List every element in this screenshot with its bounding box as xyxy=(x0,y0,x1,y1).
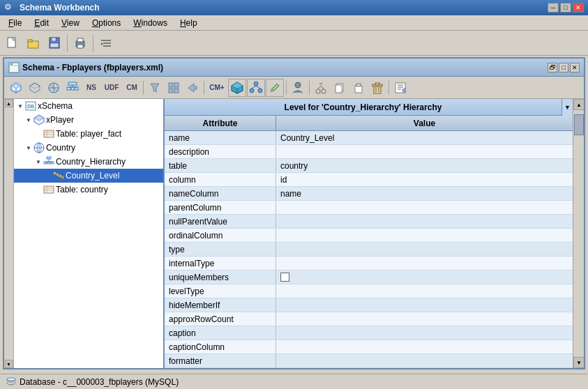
expander-xschema[interactable]: ▼ xyxy=(15,101,25,111)
prop-row-caption: caption xyxy=(165,326,573,340)
expander-country-hierarchy[interactable]: ▼ xyxy=(33,157,43,167)
schema-btn-copy[interactable] xyxy=(331,79,349,97)
expander-xplayer[interactable]: ▼ xyxy=(24,115,33,125)
schema-panel-header: Schema - Fbplayers (fbplayers.xml) 🗗 □ ✕ xyxy=(4,59,584,77)
panel-close-btn[interactable]: ✕ xyxy=(570,63,580,73)
tree-scroll-down[interactable]: ▼ xyxy=(5,360,13,368)
uniquemembers-checkbox[interactable] xyxy=(280,273,289,282)
toolbar-open[interactable] xyxy=(24,33,43,53)
menu-view[interactable]: View xyxy=(56,17,85,29)
toolbar-new[interactable] xyxy=(3,33,22,53)
schema-btn-delete[interactable] xyxy=(368,79,386,97)
schema-btn-arrow[interactable] xyxy=(183,79,202,97)
menu-file[interactable]: File xyxy=(3,17,27,29)
prop-value-namecolumn: name xyxy=(276,187,573,200)
schema-btn-udf[interactable]: UDF xyxy=(101,79,122,97)
svg-rect-35 xyxy=(169,89,173,93)
expander-country[interactable]: ▼ xyxy=(24,143,33,153)
schema-btn-person[interactable] xyxy=(289,79,307,97)
scroll-thumb[interactable] xyxy=(574,114,584,135)
schema-btn-pencil2[interactable] xyxy=(266,79,284,97)
app-icon: ⚙ xyxy=(4,2,15,13)
svg-rect-28 xyxy=(71,87,75,90)
tree-label-xschema: xSchema xyxy=(38,101,73,111)
tree-label-table-country: Table: country xyxy=(56,185,108,194)
prop-row-hidememberif: hideMemberIf xyxy=(165,298,573,312)
menu-edit[interactable]: Edit xyxy=(29,17,54,29)
expander-table-country: ▶ xyxy=(33,185,43,194)
prop-attr-nullparentvalue: nullParentValue xyxy=(165,215,276,228)
schema-btn-edit[interactable] xyxy=(391,79,409,97)
schema-btn-cube2[interactable] xyxy=(228,79,246,97)
tree-panel: ▼ DB xSchema ▼ xPlayer xyxy=(14,99,165,368)
filter-icon xyxy=(149,82,160,93)
prop-row-approxrowcount: approxRowCount xyxy=(165,312,573,326)
svg-marker-21 xyxy=(30,83,40,89)
menu-windows[interactable]: Windows xyxy=(128,17,173,29)
svg-rect-83 xyxy=(51,162,54,164)
schema-btn-ns[interactable]: NS xyxy=(82,79,100,97)
tree-scroll-up[interactable]: ▲ xyxy=(5,99,13,107)
close-button[interactable]: ✕ xyxy=(573,3,584,13)
schema-btn-cmplus[interactable]: CM+ xyxy=(206,79,227,97)
tree-item-table-country[interactable]: ▶ Table: country xyxy=(14,183,163,197)
svg-rect-55 xyxy=(336,85,342,93)
panel-restore-btn[interactable]: 🗗 xyxy=(548,63,557,73)
svg-rect-60 xyxy=(375,83,379,85)
prop-attr-name: name xyxy=(165,131,276,144)
svg-rect-88 xyxy=(59,175,61,177)
menu-help[interactable]: Help xyxy=(174,17,203,29)
maximize-button[interactable]: □ xyxy=(560,3,571,13)
schema-btn-dimension[interactable] xyxy=(45,79,63,97)
open-icon xyxy=(27,37,40,49)
toolbar-indent[interactable] xyxy=(96,33,116,53)
scroll-up-btn[interactable]: ▲ xyxy=(573,99,584,110)
schema-btn-hierarchy2[interactable] xyxy=(247,79,265,97)
svg-rect-58 xyxy=(374,86,381,93)
tree-item-player-fact[interactable]: ▶ Table: player_fact xyxy=(14,127,163,141)
tree-item-xplayer[interactable]: ▼ xPlayer xyxy=(14,113,163,127)
schema-btn-virtualcube[interactable] xyxy=(26,79,44,97)
scroll-down-btn[interactable]: ▼ xyxy=(573,357,584,368)
prop-value-parentcolumn xyxy=(276,201,573,214)
tree-item-country-hierarchy[interactable]: ▼ Country_Hierarchy xyxy=(14,155,163,169)
tree-item-country-level[interactable]: ▶ Country_Level xyxy=(14,169,163,183)
svg-rect-6 xyxy=(50,43,59,47)
schema-btn-hierarchy[interactable] xyxy=(63,79,82,97)
arrow-icon xyxy=(187,82,198,93)
dimension-icon xyxy=(47,82,60,94)
property-dropdown-btn[interactable]: ▼ xyxy=(561,99,573,116)
svg-point-49 xyxy=(316,89,320,93)
schema-btn-paste[interactable] xyxy=(349,79,368,97)
tree-item-xschema[interactable]: ▼ DB xSchema xyxy=(14,99,163,113)
toolbar-print[interactable] xyxy=(70,33,90,53)
prop-row-type: type xyxy=(165,243,573,257)
toolbar-save[interactable] xyxy=(45,33,64,53)
toolbar-sep-1 xyxy=(67,35,68,52)
svg-rect-27 xyxy=(67,87,70,90)
menu-options[interactable]: Options xyxy=(86,17,126,29)
panel-maximize-btn[interactable]: □ xyxy=(559,63,568,73)
schema-panel-controls: 🗗 □ ✕ xyxy=(548,63,580,73)
svg-rect-34 xyxy=(174,83,179,87)
grid-icon xyxy=(168,82,179,93)
database-icon xyxy=(6,376,17,388)
new-icon xyxy=(6,37,19,49)
schema-toolbar-sep1 xyxy=(143,81,144,95)
tree-item-country[interactable]: ▼ Country xyxy=(14,141,163,155)
schema-toolbar-sep3 xyxy=(286,81,287,95)
schema-btn-cube[interactable] xyxy=(7,79,25,97)
xplayer-icon xyxy=(33,114,45,125)
minimize-button[interactable]: ─ xyxy=(548,3,559,13)
schema-btn-cm[interactable]: CM xyxy=(123,79,141,97)
schema-btn-filter[interactable] xyxy=(146,79,164,97)
svg-point-94 xyxy=(7,378,15,381)
tree-label-xplayer: xPlayer xyxy=(46,115,74,125)
schema-toolbar: NS UDF CM CM+ xyxy=(4,77,584,99)
prop-attr-ordinalcolumn: ordinalColumn xyxy=(165,229,276,242)
prop-value-ordinalcolumn xyxy=(276,229,573,242)
schema-btn-grid[interactable] xyxy=(165,79,183,97)
schema-btn-cut[interactable] xyxy=(312,79,330,97)
prop-attr-captioncolumn: captionColumn xyxy=(165,340,276,353)
copy-icon xyxy=(333,82,346,94)
